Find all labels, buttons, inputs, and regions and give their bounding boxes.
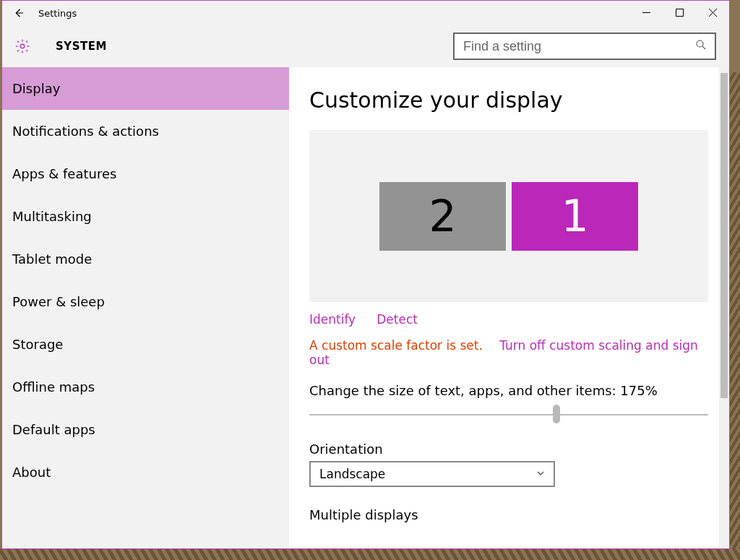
sidebar-item-default-apps[interactable]: Default apps — [2, 408, 289, 451]
sidebar: Display Notifications & actions Apps & f… — [2, 67, 289, 548]
sidebar-item-power-sleep[interactable]: Power & sleep — [2, 280, 289, 323]
sidebar-item-label: Storage — [12, 337, 63, 352]
custom-scale-warning: A custom scale factor is set. Turn off c… — [309, 338, 708, 367]
search-box[interactable] — [453, 33, 716, 60]
minimize-button[interactable] — [629, 1, 663, 24]
identify-link[interactable]: Identify — [309, 312, 356, 327]
header-bar: SYSTEM — [2, 25, 729, 67]
desktop-background-right — [730, 72, 740, 560]
sidebar-item-offline-maps[interactable]: Offline maps — [2, 366, 289, 408]
scale-value: 175% — [620, 383, 657, 398]
svg-point-4 — [20, 44, 25, 48]
sidebar-item-label: About — [12, 465, 51, 480]
scale-slider[interactable] — [309, 405, 708, 423]
monitor-2[interactable]: 2 — [379, 182, 506, 251]
slider-thumb[interactable] — [553, 405, 560, 423]
sidebar-item-storage[interactable]: Storage — [2, 323, 289, 366]
titlebar[interactable]: Settings — [2, 1, 729, 25]
sidebar-item-label: Default apps — [12, 422, 95, 437]
section-title: SYSTEM — [56, 40, 107, 53]
chevron-down-icon — [536, 469, 545, 480]
sidebar-item-label: Multitasking — [12, 209, 92, 224]
orientation-select[interactable]: Landscape — [309, 461, 555, 487]
search-icon — [694, 38, 707, 54]
display-arrangement[interactable]: 2 1 — [309, 130, 708, 302]
detect-link[interactable]: Detect — [377, 312, 418, 327]
sidebar-item-label: Display — [12, 81, 60, 96]
monitor-label: 1 — [561, 191, 588, 241]
sidebar-item-notifications[interactable]: Notifications & actions — [2, 110, 289, 152]
desktop-background-bottom — [0, 549, 740, 560]
svg-point-5 — [697, 40, 703, 47]
warning-text: A custom scale factor is set. — [309, 338, 483, 353]
sidebar-item-display[interactable]: Display — [2, 67, 289, 110]
slider-track — [309, 414, 708, 415]
sidebar-item-label: Apps & features — [12, 166, 116, 181]
sidebar-item-label: Tablet mode — [12, 251, 92, 267]
search-input[interactable] — [462, 38, 694, 55]
content-pane: Customize your display 2 1 Identify Dete… — [289, 67, 729, 548]
maximize-button[interactable] — [663, 1, 696, 24]
body: Display Notifications & actions Apps & f… — [2, 67, 729, 548]
back-button[interactable] — [2, 1, 35, 25]
settings-window: Settings SYSTEM — [1, 0, 730, 549]
scrollbar[interactable] — [719, 67, 729, 548]
svg-line-6 — [702, 46, 705, 49]
monitor-label: 2 — [429, 191, 456, 241]
scale-label: Change the size of text, apps, and other… — [309, 383, 708, 398]
scrollbar-thumb[interactable] — [720, 73, 728, 398]
sidebar-item-label: Power & sleep — [12, 294, 105, 309]
sidebar-item-tablet-mode[interactable]: Tablet mode — [2, 238, 289, 280]
sidebar-item-apps-features[interactable]: Apps & features — [2, 152, 289, 195]
display-actions: Identify Detect — [309, 312, 708, 327]
monitor-1[interactable]: 1 — [512, 182, 638, 251]
gear-icon — [14, 38, 31, 55]
orientation-value: Landscape — [319, 467, 385, 481]
close-button[interactable] — [696, 1, 729, 24]
multiple-displays-label: Multiple displays — [309, 507, 708, 522]
page-heading: Customize your display — [309, 87, 708, 113]
orientation-label: Orientation — [309, 441, 708, 457]
sidebar-item-label: Offline maps — [12, 379, 95, 395]
sidebar-item-about[interactable]: About — [2, 451, 289, 494]
window-title: Settings — [38, 8, 77, 19]
sidebar-item-label: Notifications & actions — [12, 124, 159, 139]
svg-rect-1 — [676, 9, 683, 16]
window-controls — [629, 1, 729, 24]
sidebar-item-multitasking[interactable]: Multitasking — [2, 195, 289, 238]
